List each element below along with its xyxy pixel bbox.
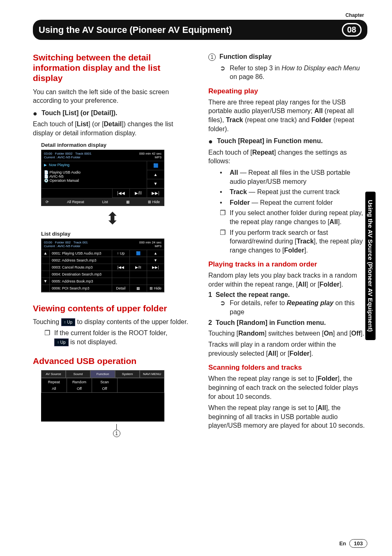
list-item[interactable]: 0005: Address Book.mp3 <box>50 278 112 285</box>
tab-sound[interactable]: Sound <box>66 370 90 378</box>
hide-button[interactable]: ⊠ Hide <box>146 200 161 204</box>
page-footer: En 103 <box>339 539 367 548</box>
clock: 03:00 <box>44 241 52 244</box>
text-fragment: to display contents of the upper folder. <box>75 318 188 325</box>
text-bold: Folder <box>318 375 338 382</box>
format: MP3 <box>155 244 161 248</box>
time-sec: 24 sec <box>152 241 161 244</box>
next-button[interactable]: ▶▶| <box>147 264 164 271</box>
text-bold: Detail <box>104 120 122 127</box>
next-button[interactable]: ▶▶| <box>147 189 164 198</box>
grid-icon[interactable]: ▦ <box>129 285 147 292</box>
func-item-random[interactable]: Random Off <box>67 378 92 392</box>
scroll-down-icon[interactable]: ▼ <box>42 278 50 285</box>
side-tab: Using the AV Source (Pioneer AV Equipmen… <box>365 192 376 340</box>
list-item[interactable]: 0003: Cancel Route.mp3 <box>50 264 112 271</box>
section-heading: Advanced USB operation <box>33 356 192 366</box>
value: 0001 <box>84 152 92 155</box>
clock: 03:00 <box>44 152 52 155</box>
list-item[interactable]: 0001: Playing USB Audio.mp3 <box>50 250 112 257</box>
page-number: 103 <box>349 539 367 548</box>
down-icon[interactable]: ▼ <box>147 257 164 264</box>
up-badge-icon: ↑ Up <box>61 318 76 327</box>
callout-description: 1 Function display <box>208 52 367 61</box>
repeat-icon[interactable]: ⟳ <box>44 200 51 204</box>
text-fragment: ] (or [ <box>88 120 104 127</box>
value: 001 <box>82 241 88 244</box>
text-bold: Folder <box>289 350 309 357</box>
subsection-heading: Repeating play <box>208 87 367 95</box>
func-item-scan[interactable]: Scan Off <box>92 378 118 392</box>
label: Function display <box>219 53 272 60</box>
text-fragment: ] switches between [ <box>265 330 324 337</box>
repeat-mode: All Repeat <box>65 200 86 204</box>
text-fragment: If the current folder is the ROOT folder… <box>54 329 167 336</box>
bullet-icon: • <box>220 198 226 207</box>
info-line: AVIC-N5 <box>49 174 64 178</box>
text-bold: Folder <box>230 199 250 206</box>
grid-icon[interactable]: ▦ <box>125 200 131 204</box>
tab-function[interactable]: Function <box>90 370 115 378</box>
down-icon[interactable]: ▼ <box>147 179 164 188</box>
section-heading: Viewing contents of upper folder <box>33 303 192 313</box>
text-fragment: Each touch of [ <box>33 120 77 127</box>
text-fragment: If you select another folder during repe… <box>230 209 363 225</box>
text-bold: Track <box>297 238 314 245</box>
text-bold: Folder <box>311 116 332 123</box>
text-bold: All <box>268 350 276 357</box>
list-item[interactable]: 0006: POI Search.mp3 <box>50 285 112 292</box>
tab-navi-menu[interactable]: NAVI MENU <box>140 370 164 378</box>
list-text: Folder — Repeat the current folder <box>230 198 333 207</box>
up-icon[interactable]: ▲ <box>147 170 164 179</box>
text-fragment: ] and [ <box>333 330 351 337</box>
screenshot-caption: List display <box>41 231 192 237</box>
tab-system[interactable]: System <box>115 370 140 378</box>
prev-button[interactable]: |◀◀ <box>112 264 129 271</box>
text-bold: All <box>314 107 323 114</box>
refer-icon: ➲ <box>220 299 226 316</box>
up-icon[interactable]: ▲ <box>147 250 164 257</box>
func-item-repeat[interactable]: Repeat All <box>42 378 67 392</box>
label: Track <box>75 152 83 155</box>
text-fragment: ] or [ <box>276 350 289 357</box>
detail-button[interactable]: Detail <box>112 285 129 292</box>
list-item[interactable]: 0004: Destination Search.mp3 <box>50 271 112 278</box>
list-button[interactable]: List <box>101 200 110 204</box>
up-folder-button[interactable]: ↑ Up <box>112 250 129 257</box>
album-art-icon[interactable]: 🟦 <box>129 250 147 257</box>
text-fragment: ]. <box>304 247 308 254</box>
text-bold: Folder <box>319 281 339 288</box>
list-text: All — Repeat all files in the USB portab… <box>230 168 367 186</box>
callout-number: 1 <box>208 53 216 61</box>
text-fragment: is not displayed. <box>69 338 118 345</box>
callout-number: 1 <box>113 430 120 437</box>
info-line: Operation Manual <box>50 178 79 183</box>
text-fragment: — Repeat the current folder <box>250 199 333 206</box>
time-sec: 42 sec <box>152 152 161 155</box>
text-bold: On <box>324 330 333 337</box>
text-bold: Track <box>230 188 247 195</box>
play-pause-button[interactable]: ▶/II <box>129 189 147 198</box>
list-item[interactable]: 0002: Address Search.mp3 <box>50 257 112 264</box>
note-text: If you select another folder during repe… <box>230 208 367 226</box>
hide-button[interactable]: ⊠ Hide <box>147 285 164 292</box>
label: Scan <box>94 380 115 384</box>
value: 0002 <box>65 152 73 155</box>
current-folder: Current : AVIC-N5 Folder <box>44 155 81 159</box>
prev-button[interactable]: |◀◀ <box>112 189 129 198</box>
play-pause-button[interactable]: ▶/II <box>129 264 147 271</box>
chapter-number: 08 <box>342 23 362 37</box>
text-bold: All <box>318 404 326 411</box>
text-fragment: ]. <box>338 218 341 225</box>
text-fragment: ] or [ <box>306 281 319 288</box>
body-text: There are three repeat play ranges for t… <box>208 98 367 133</box>
text-bold: Random <box>238 330 265 337</box>
note-text: If you perform track search or fast forw… <box>230 228 367 255</box>
text-fragment: Refer to step 3 in <box>230 65 281 72</box>
tab-av-source[interactable]: AV Source <box>41 370 66 378</box>
text-fragment: Each touch of [ <box>208 149 252 156</box>
album-art-icon[interactable]: 🟦 <box>147 161 164 170</box>
text-italic: How to Display each Menu <box>281 65 360 72</box>
text-bold: All <box>298 281 306 288</box>
scroll-up-icon[interactable]: ▲ <box>42 250 50 257</box>
